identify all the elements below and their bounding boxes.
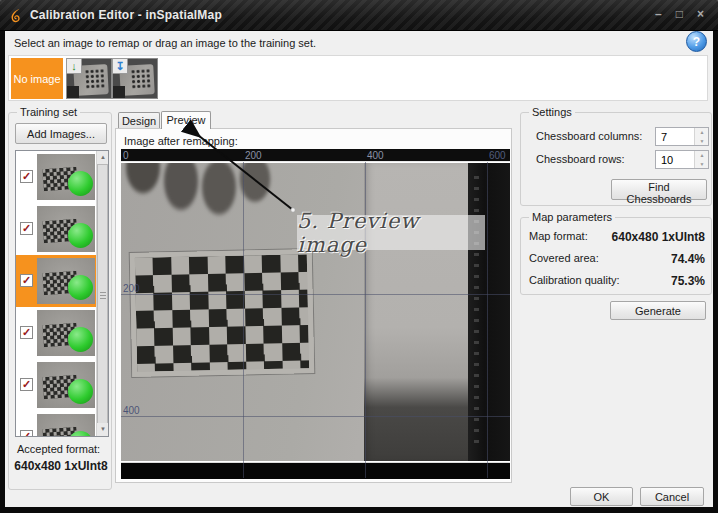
training-image-thumbnail	[37, 154, 95, 200]
spin-up-icon[interactable]: ▲	[695, 151, 709, 159]
remap-image-strip: No image ↓ ↧	[8, 55, 708, 101]
image-checkbox[interactable]: ✓	[20, 274, 33, 287]
training-image-item[interactable]: ✓	[16, 411, 97, 437]
import-arrow-icon: ↓	[66, 58, 82, 74]
map-format-value: 640x480 1xUInt8	[612, 230, 705, 244]
ruler-tick: 600	[489, 149, 506, 162]
training-set-title: Training set	[17, 106, 80, 118]
chessboard-in-image	[130, 249, 315, 377]
window-controls: – □ ×	[655, 6, 704, 22]
chessboard-rows-label: Chessboard rows:	[536, 153, 625, 165]
chessboard-columns-input[interactable]	[656, 128, 694, 145]
title-bar: Calibration Editor - inSpatialMap – □ ×	[0, 0, 718, 31]
thumbnail-corner	[67, 86, 79, 98]
map-parameters-group: Map parameters Map format: 640x480 1xUIn…	[520, 217, 712, 295]
spinner-arrows: ▲ ▼	[694, 128, 708, 145]
help-icon[interactable]: ?	[686, 31, 707, 52]
scroll-up-icon[interactable]: ▲	[97, 151, 109, 164]
chessboard-columns-label: Chessboard columns:	[536, 130, 642, 142]
remapped-image-viewer: 0 200 400 600 200 400	[121, 149, 510, 480]
chessboard-columns-spinner: ▲ ▼	[655, 127, 709, 146]
fingers-in-image	[121, 163, 317, 227]
covered-area-label: Covered area:	[529, 252, 599, 264]
gridline-horizontal	[121, 294, 510, 295]
image-checkbox[interactable]: ✓	[20, 378, 33, 391]
training-image-list[interactable]: ✓ ✓ ✓ ✓ ✓ ✓	[15, 150, 109, 437]
ok-button[interactable]: OK	[570, 487, 633, 506]
thumbnail-corner	[113, 86, 125, 98]
calibration-quality-value: 75.3%	[671, 274, 705, 288]
calibration-quality-label: Calibration quality:	[529, 274, 620, 286]
preview-tab-panel: Image after remapping: 0 200 400 600	[115, 128, 512, 483]
accepted-format-value: 640x480 1xUInt8	[9, 459, 113, 473]
add-images-button[interactable]: Add Images...	[15, 123, 107, 144]
chessboard-rows-input[interactable]	[656, 151, 694, 168]
training-image-items: ✓ ✓ ✓ ✓ ✓ ✓	[16, 151, 97, 437]
green-marker	[68, 223, 93, 248]
insert-arrow-icon: ↧	[112, 58, 128, 74]
chessboard-rows-spinner: ▲ ▼	[655, 150, 709, 169]
ruler-side-tick: 400	[123, 405, 140, 416]
map-parameters-title: Map parameters	[529, 211, 615, 223]
image-after-remapping-label: Image after remapping:	[124, 135, 238, 147]
find-chessboards-button[interactable]: Find Chessboards	[611, 179, 707, 200]
spin-up-icon[interactable]: ▲	[695, 128, 709, 136]
training-image-item[interactable]: ✓	[16, 359, 97, 411]
image-checkbox[interactable]: ✓	[20, 326, 33, 339]
tab-design[interactable]: Design	[118, 112, 160, 128]
gridline-horizontal	[121, 416, 510, 417]
dialog-client-area: Select an image to remap or drag an imag…	[5, 31, 713, 507]
check-icon: ✓	[22, 274, 31, 286]
remap-source-thumbnail[interactable]: ↓	[66, 58, 112, 99]
ruler-side-tick: 200	[123, 283, 140, 294]
training-image-thumbnail	[37, 310, 95, 356]
calibration-quality-row: Calibration quality: 75.3%	[529, 274, 705, 290]
ruler-tick: 400	[367, 149, 384, 162]
training-image-item[interactable]: ✓	[16, 255, 97, 307]
check-icon: ✓	[22, 222, 31, 234]
no-image-option[interactable]: No image	[11, 58, 63, 99]
generate-button[interactable]: Generate	[610, 301, 706, 320]
check-icon: ✓	[22, 430, 31, 437]
green-marker	[68, 379, 93, 404]
ruler-tick: 200	[245, 149, 262, 162]
maximize-button[interactable]: □	[676, 6, 683, 22]
dot-pattern	[130, 68, 151, 89]
covered-area-row: Covered area: 74.4%	[529, 252, 705, 268]
training-image-thumbnail	[37, 414, 95, 437]
scroll-down-icon[interactable]: ▼	[97, 423, 109, 436]
green-marker	[68, 327, 93, 352]
tab-preview[interactable]: Preview	[161, 111, 211, 129]
image-checkbox[interactable]: ✓	[20, 170, 33, 183]
scrollbar-thumb[interactable]	[97, 164, 108, 424]
image-checkbox[interactable]: ✓	[20, 430, 33, 437]
cancel-button[interactable]: Cancel	[640, 487, 704, 506]
green-marker	[68, 275, 93, 300]
covered-area-value: 74.4%	[671, 252, 705, 266]
gridline-vertical	[243, 162, 244, 478]
map-format-row: Map format: 640x480 1xUInt8	[529, 230, 705, 246]
spin-down-icon[interactable]: ▼	[695, 160, 709, 168]
spinner-arrows: ▲ ▼	[694, 151, 708, 168]
remap-source-thumbnail[interactable]: ↧	[112, 58, 158, 99]
training-image-item[interactable]: ✓	[16, 307, 97, 359]
check-icon: ✓	[22, 170, 31, 182]
training-set-group: Training set Add Images... ✓ ✓ ✓ ✓ ✓	[8, 112, 112, 490]
gridline-vertical	[487, 162, 488, 478]
training-image-item[interactable]: ✓	[16, 151, 97, 203]
instruction-text: Select an image to remap or drag an imag…	[14, 37, 316, 49]
close-button[interactable]: ×	[697, 6, 704, 22]
minimize-button[interactable]: –	[655, 6, 662, 22]
check-icon: ✓	[22, 378, 31, 390]
annotation-label: 5. Preview image	[297, 215, 485, 250]
window-title: Calibration Editor - inSpatialMap	[30, 8, 222, 22]
ruler-tick: 0	[123, 149, 129, 162]
settings-title: Settings	[529, 106, 575, 118]
spin-down-icon[interactable]: ▼	[695, 137, 709, 145]
settings-group: Settings Chessboard columns: ▲ ▼ Chessbo…	[520, 112, 712, 206]
image-checkbox[interactable]: ✓	[20, 222, 33, 235]
training-image-thumbnail	[37, 206, 95, 252]
list-scrollbar[interactable]: ▲ ▼	[96, 151, 108, 436]
calibration-editor-window: Calibration Editor - inSpatialMap – □ × …	[0, 0, 718, 513]
training-image-item[interactable]: ✓	[16, 203, 97, 255]
